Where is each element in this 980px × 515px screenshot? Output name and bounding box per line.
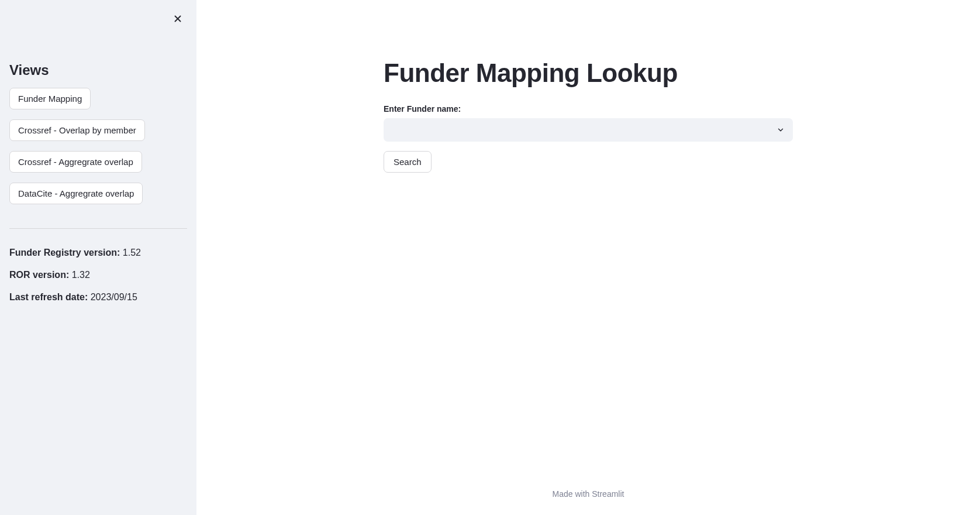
funder-registry-label: Funder Registry version: [9,248,120,258]
views-heading: Views [9,62,187,78]
footer: Made with Streamlit [196,480,980,515]
view-button-datacite-aggregate[interactable]: DataCite - Aggregrate overlap [9,183,143,204]
ror-version: ROR version: 1.32 [9,270,187,280]
close-icon [172,13,183,24]
view-button-funder-mapping[interactable]: Funder Mapping [9,88,91,109]
funder-select-wrapper [384,118,793,142]
refresh-label: Last refresh date: [9,292,88,302]
last-refresh-date: Last refresh date: 2023/09/15 [9,292,187,303]
streamlit-link[interactable]: Streamlit [592,489,624,499]
view-button-crossref-aggregate[interactable]: Crossref - Aggregrate overlap [9,151,142,173]
close-sidebar-button[interactable] [168,9,187,28]
search-button[interactable]: Search [384,151,432,173]
view-button-crossref-member[interactable]: Crossref - Overlap by member [9,119,145,141]
main-inner: Funder Mapping Lookup Enter Funder name:… [348,0,828,480]
ror-label: ROR version: [9,270,69,280]
funder-registry-value: 1.52 [120,248,141,258]
funder-name-select[interactable] [384,118,793,142]
funder-registry-version: Funder Registry version: 1.52 [9,248,187,258]
footer-prefix: Made with [553,489,592,499]
sidebar-content: Views Funder Mapping Crossref - Overlap … [9,62,187,303]
sidebar-divider [9,228,187,229]
refresh-value: 2023/09/15 [88,292,137,302]
page-title: Funder Mapping Lookup [384,59,793,88]
main-content: Funder Mapping Lookup Enter Funder name:… [196,0,980,515]
ror-value: 1.32 [69,270,90,280]
funder-name-label: Enter Funder name: [384,104,793,114]
sidebar: Views Funder Mapping Crossref - Overlap … [0,0,196,515]
